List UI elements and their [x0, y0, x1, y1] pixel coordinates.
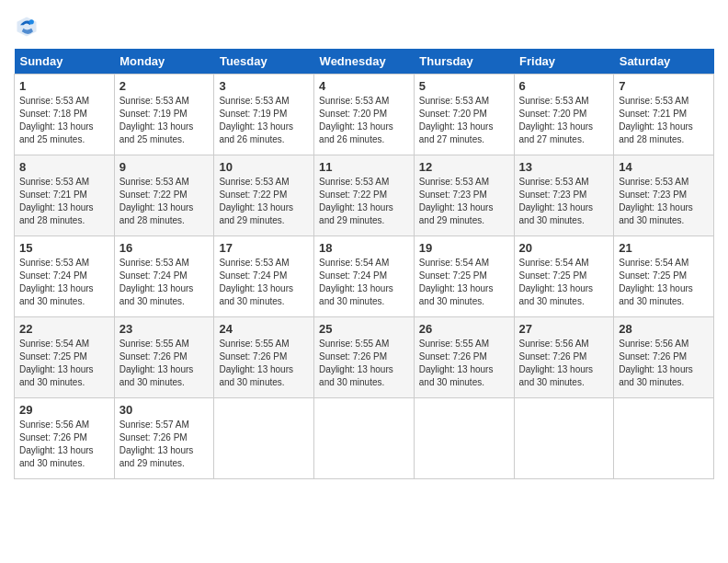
day-number: 9	[119, 160, 210, 174]
day-info: Sunrise: 5:53 AM Sunset: 7:22 PM Dayligh…	[119, 176, 210, 227]
calendar-cell: 30Sunrise: 5:57 AM Sunset: 7:26 PM Dayli…	[114, 398, 214, 479]
day-number: 17	[219, 241, 309, 255]
calendar-cell: 26Sunrise: 5:55 AM Sunset: 7:26 PM Dayli…	[414, 317, 514, 398]
calendar-cell	[614, 398, 714, 479]
calendar-cell: 13Sunrise: 5:53 AM Sunset: 7:23 PM Dayli…	[514, 155, 614, 236]
col-header-wednesday: Wednesday	[314, 49, 415, 75]
calendar-cell: 12Sunrise: 5:53 AM Sunset: 7:23 PM Dayli…	[414, 155, 514, 236]
day-number: 24	[219, 322, 309, 336]
day-number: 29	[19, 403, 109, 417]
day-number: 11	[319, 160, 409, 174]
day-number: 21	[619, 241, 709, 255]
calendar-cell: 7Sunrise: 5:53 AM Sunset: 7:21 PM Daylig…	[614, 75, 714, 155]
day-info: Sunrise: 5:53 AM Sunset: 7:23 PM Dayligh…	[519, 176, 609, 227]
calendar-cell: 21Sunrise: 5:54 AM Sunset: 7:25 PM Dayli…	[614, 236, 714, 317]
day-number: 4	[319, 79, 409, 93]
calendar-cell: 2Sunrise: 5:53 AM Sunset: 7:19 PM Daylig…	[114, 75, 214, 155]
day-info: Sunrise: 5:53 AM Sunset: 7:19 PM Dayligh…	[119, 95, 210, 146]
day-info: Sunrise: 5:53 AM Sunset: 7:23 PM Dayligh…	[619, 176, 709, 227]
calendar-cell: 16Sunrise: 5:53 AM Sunset: 7:24 PM Dayli…	[114, 236, 214, 317]
day-number: 3	[219, 79, 309, 93]
calendar-cell: 22Sunrise: 5:54 AM Sunset: 7:25 PM Dayli…	[15, 317, 115, 398]
day-info: Sunrise: 5:53 AM Sunset: 7:24 PM Dayligh…	[119, 257, 210, 308]
calendar-cell	[314, 398, 415, 479]
calendar-cell: 10Sunrise: 5:53 AM Sunset: 7:22 PM Dayli…	[214, 155, 314, 236]
calendar-cell: 14Sunrise: 5:53 AM Sunset: 7:23 PM Dayli…	[614, 155, 714, 236]
calendar-cell: 6Sunrise: 5:53 AM Sunset: 7:20 PM Daylig…	[514, 75, 614, 155]
day-number: 6	[519, 79, 609, 93]
day-info: Sunrise: 5:53 AM Sunset: 7:20 PM Dayligh…	[419, 95, 509, 146]
calendar-cell: 27Sunrise: 5:56 AM Sunset: 7:26 PM Dayli…	[514, 317, 614, 398]
day-number: 7	[619, 79, 709, 93]
day-info: Sunrise: 5:56 AM Sunset: 7:26 PM Dayligh…	[519, 338, 609, 389]
day-number: 23	[119, 322, 210, 336]
logo	[14, 14, 43, 40]
day-number: 2	[119, 79, 210, 93]
col-header-friday: Friday	[514, 49, 614, 75]
day-info: Sunrise: 5:54 AM Sunset: 7:25 PM Dayligh…	[619, 257, 709, 308]
day-info: Sunrise: 5:56 AM Sunset: 7:26 PM Dayligh…	[19, 419, 109, 470]
day-number: 30	[119, 403, 210, 417]
day-number: 19	[419, 241, 509, 255]
calendar-cell: 18Sunrise: 5:54 AM Sunset: 7:24 PM Dayli…	[314, 236, 415, 317]
day-number: 14	[619, 160, 709, 174]
calendar-cell: 23Sunrise: 5:55 AM Sunset: 7:26 PM Dayli…	[114, 317, 214, 398]
day-info: Sunrise: 5:55 AM Sunset: 7:26 PM Dayligh…	[219, 338, 309, 389]
day-number: 15	[19, 241, 109, 255]
day-number: 16	[119, 241, 210, 255]
general-blue-icon	[14, 14, 40, 40]
day-number: 25	[319, 322, 409, 336]
day-info: Sunrise: 5:55 AM Sunset: 7:26 PM Dayligh…	[119, 338, 210, 389]
calendar-cell: 24Sunrise: 5:55 AM Sunset: 7:26 PM Dayli…	[214, 317, 314, 398]
day-info: Sunrise: 5:53 AM Sunset: 7:22 PM Dayligh…	[219, 176, 309, 227]
day-number: 26	[419, 322, 509, 336]
day-number: 18	[319, 241, 409, 255]
col-header-saturday: Saturday	[614, 49, 714, 75]
calendar-cell: 29Sunrise: 5:56 AM Sunset: 7:26 PM Dayli…	[15, 398, 115, 479]
day-number: 13	[519, 160, 609, 174]
calendar-cell: 11Sunrise: 5:53 AM Sunset: 7:22 PM Dayli…	[314, 155, 415, 236]
col-header-thursday: Thursday	[414, 49, 514, 75]
day-info: Sunrise: 5:53 AM Sunset: 7:24 PM Dayligh…	[19, 257, 109, 308]
col-header-sunday: Sunday	[15, 49, 115, 75]
day-info: Sunrise: 5:55 AM Sunset: 7:26 PM Dayligh…	[319, 338, 409, 389]
week-row-5: 29Sunrise: 5:56 AM Sunset: 7:26 PM Dayli…	[15, 398, 714, 479]
day-info: Sunrise: 5:53 AM Sunset: 7:22 PM Dayligh…	[319, 176, 409, 227]
day-info: Sunrise: 5:53 AM Sunset: 7:20 PM Dayligh…	[319, 95, 409, 146]
day-info: Sunrise: 5:53 AM Sunset: 7:23 PM Dayligh…	[419, 176, 509, 227]
calendar-cell	[414, 398, 514, 479]
day-info: Sunrise: 5:53 AM Sunset: 7:18 PM Dayligh…	[19, 95, 109, 146]
day-info: Sunrise: 5:53 AM Sunset: 7:19 PM Dayligh…	[219, 95, 309, 146]
day-info: Sunrise: 5:54 AM Sunset: 7:25 PM Dayligh…	[419, 257, 509, 308]
day-number: 12	[419, 160, 509, 174]
col-header-tuesday: Tuesday	[214, 49, 314, 75]
calendar-cell: 15Sunrise: 5:53 AM Sunset: 7:24 PM Dayli…	[15, 236, 115, 317]
calendar-cell: 3Sunrise: 5:53 AM Sunset: 7:19 PM Daylig…	[214, 75, 314, 155]
calendar-cell: 17Sunrise: 5:53 AM Sunset: 7:24 PM Dayli…	[214, 236, 314, 317]
day-number: 5	[419, 79, 509, 93]
week-row-1: 1Sunrise: 5:53 AM Sunset: 7:18 PM Daylig…	[15, 75, 714, 155]
header	[14, 14, 714, 40]
day-number: 10	[219, 160, 309, 174]
calendar-table: SundayMondayTuesdayWednesdayThursdayFrid…	[14, 49, 714, 479]
calendar-cell: 20Sunrise: 5:54 AM Sunset: 7:25 PM Dayli…	[514, 236, 614, 317]
day-number: 8	[19, 160, 109, 174]
week-row-4: 22Sunrise: 5:54 AM Sunset: 7:25 PM Dayli…	[15, 317, 714, 398]
calendar-cell: 8Sunrise: 5:53 AM Sunset: 7:21 PM Daylig…	[15, 155, 115, 236]
day-info: Sunrise: 5:57 AM Sunset: 7:26 PM Dayligh…	[119, 419, 210, 470]
day-number: 22	[19, 322, 109, 336]
day-info: Sunrise: 5:53 AM Sunset: 7:24 PM Dayligh…	[219, 257, 309, 308]
header-row: SundayMondayTuesdayWednesdayThursdayFrid…	[15, 49, 714, 75]
calendar-cell: 4Sunrise: 5:53 AM Sunset: 7:20 PM Daylig…	[314, 75, 415, 155]
day-number: 20	[519, 241, 609, 255]
day-info: Sunrise: 5:53 AM Sunset: 7:21 PM Dayligh…	[619, 95, 709, 146]
calendar-cell: 25Sunrise: 5:55 AM Sunset: 7:26 PM Dayli…	[314, 317, 415, 398]
day-info: Sunrise: 5:54 AM Sunset: 7:25 PM Dayligh…	[19, 338, 109, 389]
calendar-cell: 1Sunrise: 5:53 AM Sunset: 7:18 PM Daylig…	[15, 75, 115, 155]
day-number: 27	[519, 322, 609, 336]
calendar-cell: 28Sunrise: 5:56 AM Sunset: 7:26 PM Dayli…	[614, 317, 714, 398]
week-row-3: 15Sunrise: 5:53 AM Sunset: 7:24 PM Dayli…	[15, 236, 714, 317]
day-info: Sunrise: 5:53 AM Sunset: 7:20 PM Dayligh…	[519, 95, 609, 146]
week-row-2: 8Sunrise: 5:53 AM Sunset: 7:21 PM Daylig…	[15, 155, 714, 236]
calendar-cell	[514, 398, 614, 479]
